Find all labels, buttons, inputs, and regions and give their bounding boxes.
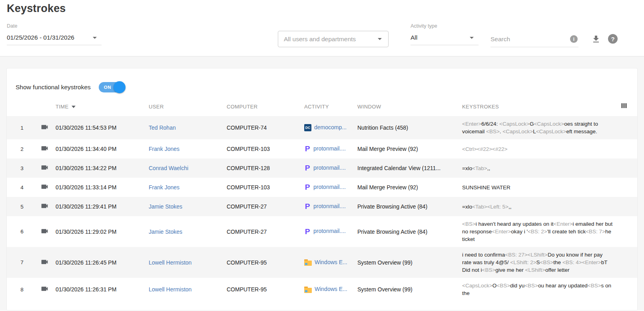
video-camera-icon: [40, 227, 49, 235]
table-row[interactable]: 701/30/2026 11:26:45 PMLowell HermistonC…: [7, 247, 637, 278]
row-time: 01/30/2026 11:54:53 PM: [56, 116, 149, 139]
row-keystrokes: i need to confirma<BS: 27><LShift>Do you…: [462, 247, 637, 278]
user-link[interactable]: Jamie Stokes: [149, 229, 182, 235]
row-index: 6: [7, 216, 40, 247]
video-camera-icon: [40, 123, 49, 131]
table-row[interactable]: 801/30/2026 11:26:31 PMLowell HermistonC…: [7, 278, 637, 301]
row-window: System Overview (99): [357, 247, 462, 278]
video-button[interactable]: [40, 202, 49, 210]
keystrokes-table: TIME USER COMPUTER ACTIVITY WINDOW KEYST…: [7, 101, 637, 301]
row-time: 01/30/2026 11:29:02 PM: [56, 216, 149, 247]
search-field: i: [490, 30, 578, 47]
table-row[interactable]: 101/30/2026 11:54:53 PMTed RohanCOMPUTER…: [7, 116, 637, 139]
row-window: Mail Merge Preview (92): [357, 178, 462, 197]
functional-keystrokes-label: Show functional keystrokes: [16, 84, 91, 91]
activity-type-select[interactable]: All: [411, 32, 479, 45]
user-link[interactable]: Frank Jones: [149, 146, 179, 152]
video-button[interactable]: [40, 227, 49, 235]
video-camera-icon: [40, 183, 49, 191]
row-time: 01/30/2026 11:34:40 PM: [56, 139, 149, 159]
users-departments-placeholder: All users and departments: [284, 36, 356, 43]
user-link[interactable]: Lowell Hermiston: [149, 259, 191, 266]
content-area: Show functional keystrokes ON TIME USER: [0, 56, 644, 311]
card-header: Show functional keystrokes ON: [7, 68, 637, 101]
activity-link[interactable]: protonmail....: [313, 184, 346, 190]
activity-link[interactable]: protonmail....: [313, 145, 346, 152]
video-camera-icon: [40, 258, 49, 266]
row-window: Private Browsing Active (84): [357, 216, 462, 247]
user-link[interactable]: Frank Jones: [149, 184, 179, 191]
table-row[interactable]: 601/30/2026 11:29:02 PMJamie StokesCOMPU…: [7, 216, 637, 247]
row-window: Mail Merge Preview (92): [357, 139, 462, 159]
activity-type-filter: Activity type All: [411, 23, 479, 45]
users-departments-select[interactable]: All users and departments: [278, 31, 389, 47]
windows-explorer-icon: [304, 259, 312, 266]
activity-link[interactable]: protonmail....: [313, 228, 346, 234]
activity-link[interactable]: democomp...: [314, 124, 347, 130]
activity-type-value: All: [411, 34, 417, 41]
column-header-time[interactable]: TIME: [56, 101, 149, 116]
user-link[interactable]: Ted Rohan: [149, 124, 176, 131]
user-link[interactable]: Lowell Hermiston: [149, 286, 191, 293]
date-range-value: 01/25/2026 - 01/31/2026: [7, 34, 74, 41]
row-computer: COMPUTER-128: [227, 159, 304, 178]
activity-type-label: Activity type: [411, 23, 479, 29]
table-row[interactable]: 401/30/2026 11:33:14 PMFrank JonesCOMPUT…: [7, 178, 637, 197]
row-window: System Overview (99): [357, 278, 462, 301]
protonmail-icon: P: [304, 145, 311, 152]
row-index: 3: [7, 159, 40, 178]
column-header-computer[interactable]: COMPUTER: [227, 101, 304, 116]
video-button[interactable]: [40, 144, 49, 152]
video-camera-icon: [40, 163, 49, 172]
video-camera-icon: [40, 144, 49, 152]
toggle-state-label: ON: [104, 85, 111, 90]
column-header-window[interactable]: WINDOW: [357, 101, 462, 116]
activity-link[interactable]: Windows E...: [315, 259, 347, 265]
protonmail-icon: P: [304, 228, 311, 235]
table-header-row: TIME USER COMPUTER ACTIVITY WINDOW KEYST…: [7, 101, 637, 116]
video-camera-icon: [40, 285, 49, 293]
row-index: 1: [7, 116, 40, 139]
row-keystrokes: =xlo<Tab><Left: 5>,,: [462, 197, 637, 216]
column-header-user[interactable]: USER: [149, 101, 227, 116]
table-row[interactable]: 301/30/2026 11:34:22 PMConrad WaelchiCOM…: [7, 159, 637, 178]
row-time: 01/30/2026 11:34:22 PM: [56, 159, 149, 178]
help-button[interactable]: ?: [608, 34, 618, 44]
row-window: Private Browsing Active (84): [357, 197, 462, 216]
row-time: 01/30/2026 11:33:14 PM: [56, 178, 149, 197]
video-button[interactable]: [40, 123, 49, 131]
row-keystrokes: SUNSHINE WATER: [462, 178, 637, 197]
user-link[interactable]: Jamie Stokes: [149, 203, 182, 210]
keystrokes-card: Show functional keystrokes ON TIME USER: [6, 68, 638, 311]
row-keystrokes: <CapsLock>O<BS>did yu<BS>ou hear any upd…: [462, 278, 637, 301]
activity-link[interactable]: protonmail....: [313, 165, 346, 171]
user-link[interactable]: Conrad Waelchi: [149, 165, 188, 171]
info-icon[interactable]: i: [570, 35, 578, 43]
row-index: 4: [7, 178, 40, 197]
video-button[interactable]: [40, 258, 49, 266]
toggle-knob: [114, 81, 126, 93]
row-time: 01/30/2026 11:26:45 PM: [56, 247, 149, 278]
activity-link[interactable]: protonmail....: [313, 203, 346, 209]
search-input[interactable]: [490, 30, 564, 43]
table-row[interactable]: 501/30/2026 11:29:41 PMJamie StokesCOMPU…: [7, 197, 637, 216]
video-button[interactable]: [40, 285, 49, 293]
video-column-header: [40, 101, 56, 116]
video-button[interactable]: [40, 163, 49, 172]
column-settings-icon[interactable]: [621, 103, 627, 109]
activity-link[interactable]: Windows E...: [315, 286, 347, 292]
table-body: 101/30/2026 11:54:53 PMTed RohanCOMPUTER…: [7, 116, 637, 301]
column-header-activity[interactable]: ACTIVITY: [304, 101, 357, 116]
row-computer: COMPUTER-27: [227, 197, 304, 216]
date-range-select[interactable]: 01/25/2026 - 01/31/2026: [7, 32, 102, 45]
row-keystrokes: <BS>i haven't heard any updates on it<En…: [462, 216, 637, 247]
row-computer: COMPUTER-103: [227, 178, 304, 197]
table-row[interactable]: 201/30/2026 11:34:40 PMFrank JonesCOMPUT…: [7, 139, 637, 159]
video-button[interactable]: [40, 183, 49, 191]
row-index: 7: [7, 247, 40, 278]
download-button[interactable]: [591, 34, 601, 44]
download-icon: [591, 34, 601, 44]
row-window: Integrated Calendar View (1211...: [357, 159, 462, 178]
column-header-keystrokes[interactable]: KEYSTROKES: [462, 101, 637, 116]
functional-keystrokes-toggle[interactable]: ON: [99, 82, 124, 92]
